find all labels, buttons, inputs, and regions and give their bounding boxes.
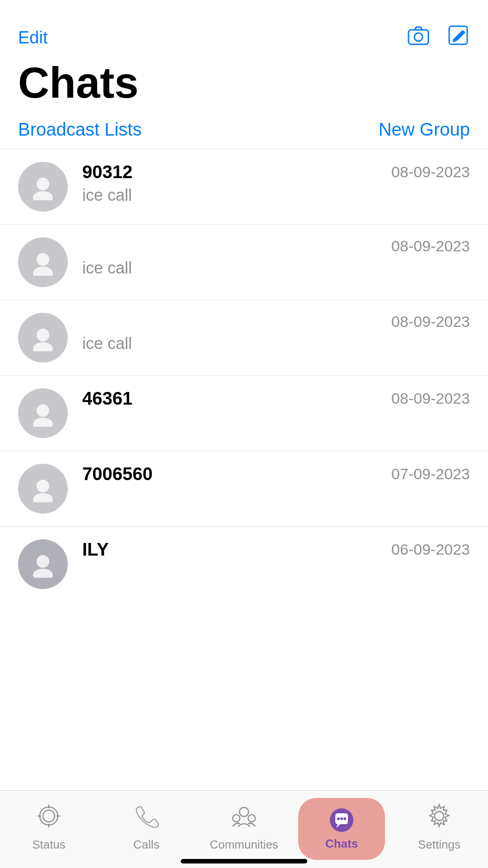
camera-icon[interactable] [407, 24, 430, 52]
avatar [18, 162, 68, 212]
home-indicator [181, 859, 307, 863]
svg-point-10 [33, 418, 53, 427]
new-group-button[interactable]: New Group [379, 119, 470, 140]
status-icon-wrap [31, 798, 67, 834]
communities-icon-wrap [226, 798, 262, 834]
chat-item[interactable]: 08-09-2023 ice call [0, 225, 488, 300]
svg-point-12 [33, 493, 53, 502]
chat-item[interactable]: ILY 06-09-2023 [0, 527, 488, 602]
chats-active-bg: Chats [298, 798, 385, 860]
chat-content: 7006560 07-09-2023 [82, 464, 470, 488]
chat-item[interactable]: 7006560 07-09-2023 [0, 451, 488, 527]
status-bar [0, 0, 488, 20]
header-icon-group [407, 24, 470, 52]
svg-point-4 [33, 191, 53, 200]
avatar [18, 237, 68, 287]
settings-icon-wrap [421, 798, 457, 834]
tab-item-communities[interactable]: Communities [195, 798, 293, 852]
chats-icon [328, 807, 355, 833]
tab-item-calls[interactable]: Calls [98, 798, 195, 852]
svg-point-3 [37, 178, 49, 190]
avatar [18, 313, 68, 363]
chat-name: 7006560 [82, 464, 153, 484]
svg-point-8 [33, 342, 53, 351]
svg-point-6 [33, 267, 53, 276]
chat-content: ILY 06-09-2023 [82, 539, 470, 563]
chat-item[interactable]: 90312 08-09-2023 ice call [0, 149, 488, 225]
broadcast-lists-button[interactable]: Broadcast Lists [18, 119, 141, 140]
svg-point-26 [340, 817, 343, 820]
edit-button[interactable]: Edit [18, 28, 47, 47]
chat-time: 08-09-2023 [391, 313, 470, 330]
chat-time: 07-09-2023 [391, 465, 470, 483]
svg-point-22 [233, 815, 240, 822]
svg-point-23 [248, 815, 255, 822]
tab-item-chats[interactable]: Chats [293, 798, 390, 860]
svg-point-16 [43, 810, 55, 822]
chat-time: 06-09-2023 [391, 541, 470, 558]
svg-point-28 [435, 811, 444, 821]
svg-point-25 [337, 817, 340, 820]
chat-item[interactable]: 46361 08-09-2023 [0, 376, 488, 451]
chat-time: 08-09-2023 [391, 163, 470, 181]
chat-content: 90312 08-09-2023 ice call [82, 162, 470, 205]
svg-rect-0 [408, 30, 428, 44]
chat-preview: ice call [82, 334, 470, 353]
header: Edit Chats [0, 20, 488, 107]
chat-name: 46361 [82, 388, 132, 409]
chat-name: 90312 [82, 162, 132, 182]
svg-point-21 [239, 807, 249, 816]
chat-preview: ice call [82, 186, 470, 205]
tab-item-settings[interactable]: Settings [390, 798, 488, 852]
avatar [18, 388, 68, 438]
chat-name: ILY [82, 539, 109, 560]
tab-bar: Status Calls Communities [0, 790, 488, 868]
tab-label-communities: Communities [210, 838, 278, 852]
compose-icon[interactable] [446, 24, 470, 52]
chat-list: 90312 08-09-2023 ice call 08-09-2023 ice… [0, 149, 488, 811]
calls-icon [133, 803, 160, 829]
chat-time: 08-09-2023 [391, 390, 470, 407]
status-icon [36, 803, 62, 829]
chat-preview: ice call [82, 259, 470, 278]
chat-content: 46361 08-09-2023 [82, 388, 470, 412]
tab-label-calls: Calls [133, 838, 160, 852]
settings-icon [426, 803, 452, 829]
svg-point-5 [37, 253, 49, 266]
tab-label-settings: Settings [418, 838, 460, 852]
tab-label-status: Status [32, 838, 66, 852]
svg-point-7 [37, 329, 49, 341]
chat-time: 08-09-2023 [391, 237, 470, 255]
svg-point-27 [343, 817, 346, 820]
chat-item[interactable]: 08-09-2023 ice call [0, 300, 488, 376]
calls-icon-wrap [128, 798, 164, 834]
svg-point-11 [37, 480, 49, 492]
chat-content: 08-09-2023 ice call [82, 237, 470, 278]
page-title: Chats [18, 59, 470, 107]
action-row: Broadcast Lists New Group [0, 119, 488, 149]
tab-item-status[interactable]: Status [0, 798, 98, 852]
chat-content: 08-09-2023 ice call [82, 313, 470, 353]
svg-point-9 [37, 404, 49, 417]
tab-label-chats: Chats [325, 837, 358, 851]
avatar [18, 464, 68, 514]
svg-point-14 [33, 569, 53, 578]
communities-icon [231, 803, 257, 829]
svg-point-13 [37, 555, 49, 568]
avatar [18, 539, 68, 589]
svg-point-1 [414, 33, 422, 41]
